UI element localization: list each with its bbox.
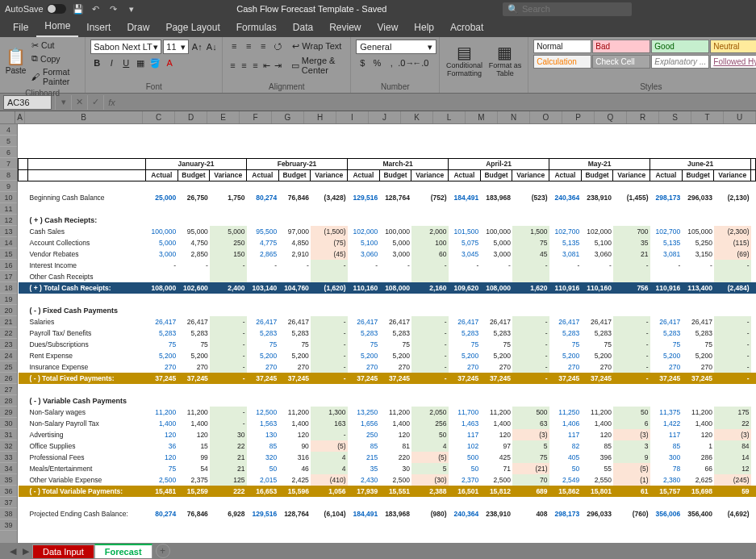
cell[interactable]: 13,250	[348, 407, 380, 418]
cell[interactable]: 5,000	[210, 226, 247, 237]
merge-center-button[interactable]: ▭Merge & Center	[290, 55, 345, 76]
tab-acrobat[interactable]: Acrobat	[442, 19, 491, 37]
tab-help[interactable]: Help	[406, 19, 442, 37]
cell[interactable]: 150	[210, 248, 247, 260]
cell[interactable]: 2,370	[449, 474, 481, 486]
cell[interactable]: 316	[278, 452, 311, 463]
cell[interactable]	[348, 124, 380, 136]
cell[interactable]	[512, 305, 549, 316]
cell[interactable]: 37,245	[650, 373, 683, 384]
column-header-K[interactable]: K	[401, 111, 433, 123]
cell[interactable]	[28, 169, 146, 181]
cell[interactable]	[682, 147, 714, 158]
sheet-tab-data-input[interactable]: Data Input	[32, 544, 94, 558]
cell[interactable]: 250	[348, 429, 380, 440]
cell[interactable]: (1,620)	[311, 282, 348, 294]
cell[interactable]	[19, 474, 28, 486]
cell[interactable]	[549, 294, 582, 305]
cell[interactable]	[19, 508, 28, 519]
cell[interactable]	[278, 384, 311, 395]
cell[interactable]: 1,656	[348, 418, 380, 429]
cell[interactable]: 3,045	[449, 248, 481, 260]
cell[interactable]	[449, 136, 481, 147]
cell[interactable]: 270	[480, 361, 512, 373]
cell[interactable]	[411, 271, 449, 282]
cell[interactable]: 26,417	[178, 316, 210, 327]
cell[interactable]	[480, 395, 512, 407]
cell[interactable]	[549, 215, 582, 226]
row-header-19[interactable]: 19	[0, 294, 17, 305]
cell[interactable]	[178, 215, 210, 226]
cell[interactable]	[751, 203, 756, 215]
cell[interactable]: 5,200	[278, 350, 311, 361]
cell[interactable]: 5,250	[682, 237, 714, 248]
cell[interactable]: 95,500	[247, 226, 279, 237]
cell[interactable]: 117	[549, 429, 582, 440]
fx-icon[interactable]: fx	[103, 95, 119, 110]
cell[interactable]: 5,200	[348, 350, 380, 361]
column-header-M[interactable]: M	[466, 111, 498, 123]
cell[interactable]: Actual	[348, 169, 380, 181]
column-header-U[interactable]: U	[724, 111, 756, 123]
cell[interactable]: 250	[210, 237, 247, 248]
cell[interactable]	[19, 361, 28, 373]
row-header-29[interactable]: 29	[0, 407, 17, 418]
cell[interactable]: 26,417	[650, 316, 683, 327]
cell[interactable]	[714, 203, 751, 215]
cell[interactable]: 4,850	[278, 237, 311, 248]
cell[interactable]	[751, 226, 756, 237]
cell[interactable]: 5,135	[650, 237, 683, 248]
cell[interactable]	[751, 237, 756, 248]
cell[interactable]: -	[411, 316, 449, 327]
cell[interactable]	[650, 181, 683, 192]
cell[interactable]	[146, 136, 178, 147]
cell[interactable]: 85	[348, 440, 380, 452]
cell[interactable]: 37,245	[178, 373, 210, 384]
cell[interactable]	[411, 395, 449, 407]
cell[interactable]	[28, 203, 146, 215]
cell[interactable]: 128,764	[379, 192, 411, 203]
cell[interactable]	[751, 395, 756, 407]
cell[interactable]: 5,075	[449, 237, 481, 248]
cell[interactable]: 50	[411, 429, 449, 440]
cell[interactable]: 26,417	[581, 316, 613, 327]
cell[interactable]: 37,245	[549, 373, 582, 384]
cell[interactable]: 37,245	[682, 373, 714, 384]
cell[interactable]: 110,160	[581, 282, 613, 294]
cell[interactable]: 22	[714, 418, 751, 429]
cell[interactable]	[28, 181, 146, 192]
cell[interactable]	[348, 203, 380, 215]
cell[interactable]: Variance	[512, 169, 549, 181]
decrease-font-icon[interactable]: A↓	[205, 40, 218, 53]
cell[interactable]	[210, 181, 247, 192]
column-header-P[interactable]: P	[562, 111, 595, 123]
cell[interactable]: -	[714, 316, 751, 327]
cell[interactable]: 5,283	[449, 327, 481, 339]
cell[interactable]	[19, 271, 28, 282]
comma-icon[interactable]: ,	[385, 56, 398, 69]
cell[interactable]: 2,375	[178, 474, 210, 486]
row-header-31[interactable]: 31	[0, 429, 17, 440]
cell[interactable]: 109,620	[449, 282, 481, 294]
row-header-37[interactable]: 37	[0, 497, 17, 508]
cell[interactable]	[751, 350, 756, 361]
cell[interactable]: 17,939	[348, 486, 380, 497]
cell[interactable]: 3,081	[549, 248, 582, 260]
cell[interactable]	[278, 124, 311, 136]
cell[interactable]	[19, 248, 28, 260]
cell[interactable]: -	[512, 361, 549, 373]
cell[interactable]: -	[449, 260, 481, 271]
cell[interactable]: 1,406	[549, 418, 582, 429]
cell[interactable]: 100,000	[379, 226, 411, 237]
cell[interactable]	[480, 147, 512, 158]
cell[interactable]	[379, 395, 411, 407]
cell[interactable]: Actual	[549, 169, 582, 181]
cell[interactable]: (1,500)	[311, 226, 348, 237]
cell[interactable]	[480, 136, 512, 147]
name-box[interactable]: AC36	[3, 95, 52, 110]
cell[interactable]: 5,283	[549, 327, 582, 339]
cell[interactable]	[19, 327, 28, 339]
cell[interactable]	[549, 136, 582, 147]
cell[interactable]	[751, 384, 756, 395]
cell[interactable]	[146, 124, 178, 136]
